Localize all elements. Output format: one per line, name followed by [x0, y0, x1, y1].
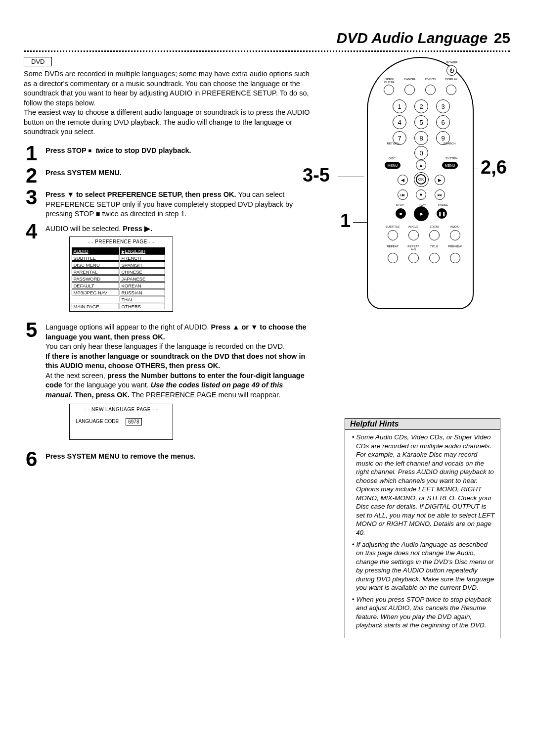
bottom-label-0: SUBTITLE	[384, 225, 401, 228]
step-2: 2 Press SYSTEM MENU.	[24, 166, 311, 186]
page-title: DVD Audio Language	[337, 30, 488, 46]
osd1-left-1: SUBTITLE	[72, 254, 119, 261]
main-content: DVD Some DVDs are recorded in multiple l…	[24, 57, 311, 472]
num-3: 3	[436, 99, 450, 113]
step-1-text-b: twice	[95, 146, 113, 154]
top-button-2	[425, 85, 436, 95]
osd1-right-0: ENGLISH	[120, 247, 165, 254]
top-label-3: DISPLAY	[443, 78, 460, 81]
system-label: SYSTEM	[443, 157, 460, 160]
bottom-button-2	[429, 230, 440, 240]
step-2-text: Press SYSTEM MENU.	[45, 169, 122, 177]
top-button-1	[404, 85, 415, 95]
hint-item-1: If adjusting the Audio language as descr…	[352, 540, 495, 592]
osd1-right-5: KOREAN	[120, 282, 165, 288]
osd1-left-6: MP3/JPEG NAV	[72, 289, 119, 295]
header-rule	[24, 50, 510, 52]
top-button-0	[384, 85, 394, 95]
osd1-right-1: FRENCH	[120, 254, 165, 261]
osd1-right-3: CHINESE	[120, 268, 165, 275]
osd-new-language-page: - - NEW LANGUAGE PAGE - - LANGUAGE CODE …	[69, 404, 173, 440]
step-5: 5 Language options will appear to the ri…	[24, 321, 311, 447]
remote-illustration: 3-5 1 2,6 POWER ⏻ OPEN/ CLOSECANCELDVD/T…	[322, 57, 500, 319]
top-label-1: CANCEL	[401, 78, 418, 81]
step-1-text-a: Press STOP	[45, 146, 89, 154]
search-label: SEARCH	[442, 142, 457, 145]
num-5: 5	[414, 115, 428, 129]
bottom-button-1	[408, 230, 419, 240]
osd1-right-8: OTHERS	[120, 303, 165, 309]
bottom-label-5: REPEAT A-B	[404, 245, 422, 251]
bottom-button-4	[388, 253, 398, 263]
step-6-number: 6	[24, 450, 45, 469]
remote-body: POWER ⏻ OPEN/ CLOSECANCELDVD/TVDISPLAY 1…	[367, 57, 474, 309]
top-label-2: DVD/TV	[422, 78, 439, 81]
step-5-text-c: You can only hear these languages if the…	[45, 342, 285, 350]
bottom-button-3	[450, 230, 460, 240]
top-label-0: OPEN/ CLOSE	[381, 78, 398, 84]
hints-title: Helpful Hints	[345, 419, 500, 430]
step-4-number: 4	[24, 222, 45, 318]
step-4: 4 AUDIO will be selected. Press ▶. - - P…	[24, 222, 311, 318]
step-5-text-d: If there is another language or soundtra…	[45, 352, 305, 370]
play-button: ▶	[414, 206, 429, 221]
pause-button: ❚❚	[437, 208, 447, 219]
pause-label: PAUSE	[436, 203, 450, 206]
stop-label: STOP	[393, 203, 407, 206]
step-5-text-e-e: Then, press OK.	[73, 391, 132, 399]
bottom-label-2: ZOOM	[425, 225, 443, 228]
osd1-left-0: AUDIO	[72, 247, 119, 254]
system-menu-button: MENU	[442, 162, 458, 169]
step-5-text-e-f: The PREFERENCE PAGE menu will reappear.	[132, 391, 280, 399]
hint-item-2: When you press STOP twice to stop playba…	[352, 595, 495, 630]
callout-3-5: 3-5	[303, 165, 330, 186]
left-button: ◀	[398, 175, 408, 185]
step-1: 1 Press STOP ■ twice to stop DVD playbac…	[24, 144, 311, 163]
osd2-label: LANGUAGE CODE	[76, 418, 119, 426]
bottom-button-6	[429, 253, 440, 263]
helpful-hints-box: Helpful Hints Some Audio CDs, Video CDs,…	[345, 418, 500, 638]
num-6: 6	[436, 115, 450, 129]
osd1-right-6: RUSSIAN	[120, 289, 165, 295]
osd2-title: - - NEW LANGUAGE PAGE - -	[73, 406, 170, 413]
step-4-text-a: AUDIO will be selected.	[45, 225, 123, 233]
play-label: PLAY	[415, 203, 430, 206]
step-6: 6 Press SYSTEM MENU to remove the menus.	[24, 450, 311, 469]
power-label: POWER	[442, 61, 462, 64]
return-label: RETURN	[386, 142, 400, 145]
up-button: ▲	[416, 160, 426, 170]
num-4: 4	[393, 115, 406, 129]
bottom-button-0	[388, 230, 398, 240]
num-1: 1	[393, 99, 406, 113]
osd1-right-4: JAPANESE	[120, 275, 165, 282]
step-3-text-a: Press ▼ to select PREFERENCE SETUP, then…	[45, 190, 238, 198]
bottom-button-5	[408, 253, 419, 263]
bottom-label-3: AUDIO	[446, 225, 464, 228]
num-8: 8	[414, 131, 428, 145]
step-6-text: Press SYSTEM MENU to remove the menus.	[45, 452, 196, 460]
step-5-number: 5	[24, 321, 45, 447]
osd1-left-5: DEFAULT	[72, 282, 119, 288]
osd1-right-7: THAI	[120, 296, 165, 302]
page-header: DVD Audio Language 25	[24, 30, 510, 47]
dvd-label-box: DVD	[24, 57, 52, 66]
callout-1: 1	[340, 210, 351, 232]
osd1-title: - - PREFERENCE PAGE - -	[71, 238, 171, 245]
stop-icon: ■	[89, 147, 92, 153]
bottom-label-7: PREVIEW	[446, 245, 464, 248]
bottom-label-1: ANGLE	[404, 225, 422, 228]
hint-item-0: Some Audio CDs, Video CDs, or Super Vide…	[352, 433, 495, 537]
disc-menu-button: MENU	[385, 162, 400, 169]
next-button: ⏭	[435, 189, 445, 200]
down-button: ▼	[416, 189, 426, 200]
page-number: 25	[494, 30, 510, 46]
right-button: ▶	[435, 175, 445, 185]
top-button-3	[446, 85, 456, 95]
osd1-left-3: PARENTAL	[72, 268, 119, 275]
bottom-label-4: REPEAT	[384, 245, 401, 248]
osd-preference-page: - - PREFERENCE PAGE - - AUDIOENGLISHSUBT…	[69, 236, 173, 312]
step-1-text-c: to stop DVD playback.	[114, 146, 191, 154]
callout-2-6: 2,6	[481, 157, 507, 178]
step-3: 3 Press ▼ to select PREFERENCE SETUP, th…	[24, 188, 311, 219]
num-0: 0	[414, 146, 428, 160]
